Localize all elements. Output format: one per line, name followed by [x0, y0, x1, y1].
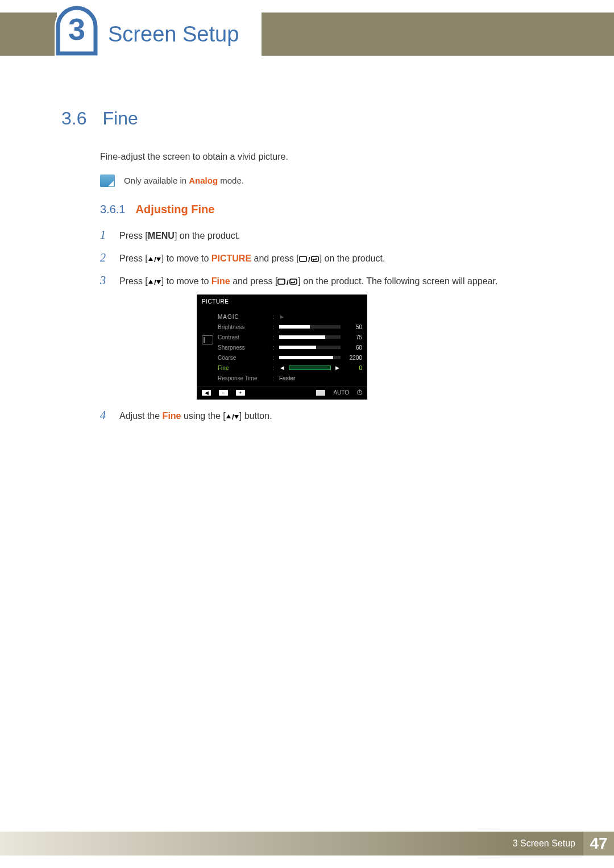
right-arrow-icon: ▶ [334, 365, 341, 371]
osd-slider [279, 346, 341, 349]
svg-marker-6 [312, 259, 314, 261]
page-footer: 3 Screen Setup 47 [0, 832, 614, 855]
osd-item-label: Response Time [218, 375, 269, 381]
svg-text:/: / [308, 255, 310, 263]
svg-marker-2 [156, 258, 161, 261]
step-2: 2 Press [/] to move to PICTURE and press… [100, 249, 574, 266]
osd-row-coarse: Coarse : 2200 [218, 352, 362, 363]
power-icon [357, 390, 362, 395]
osd-item-label: Brightness [218, 324, 269, 330]
osd-select-value: Faster [279, 375, 362, 381]
osd-row-brightness: Brightness : 50 [218, 322, 362, 332]
note-prefix: Only available in [124, 176, 189, 185]
step-text: Press [/] to move to Fine and press [/] … [119, 275, 497, 288]
svg-text:/: / [232, 413, 234, 421]
osd-enter-icon [316, 390, 325, 396]
step-number: 2 [100, 249, 109, 266]
step-3: 3 Press [/] to move to Fine and press [/… [100, 272, 574, 289]
picture-menu-label: PICTURE [211, 254, 251, 263]
svg-text:/: / [154, 278, 156, 286]
svg-text:/: / [287, 278, 289, 286]
osd-item-label: Contrast [218, 334, 269, 340]
osd-item-label: Fine [218, 365, 269, 371]
osd-minus-icon: − [219, 390, 228, 396]
up-down-icon: / [148, 255, 161, 263]
fine-label: Fine [163, 411, 181, 421]
svg-marker-16 [234, 415, 239, 419]
note: Only available in Analog mode. [100, 175, 574, 187]
svg-marker-14 [226, 414, 231, 418]
osd-slider [279, 335, 341, 339]
svg-text:/: / [154, 255, 156, 263]
menu-key-label: MENU [148, 231, 175, 240]
chapter-title: Screen Setup [108, 22, 239, 47]
section-title: Fine [102, 108, 138, 129]
osd-auto-label: AUTO [333, 389, 349, 396]
osd-slider-active [289, 366, 331, 370]
osd-item-label: Coarse [218, 355, 269, 361]
osd-value: 75 [344, 334, 362, 340]
step-list: 1 Press [MENU] on the product. 2 Press [… [100, 226, 574, 423]
page-content: 3.6 Fine Fine-adjust the screen to obtai… [61, 97, 574, 429]
osd-footer: ◀ − + AUTO [197, 387, 367, 399]
section-heading: 3.6 Fine [61, 108, 574, 129]
step-number: 1 [100, 226, 109, 243]
step-1: 1 Press [MENU] on the product. [100, 226, 574, 243]
chapter-number-glyph: 3 [68, 12, 85, 46]
svg-rect-10 [278, 279, 285, 284]
left-arrow-icon: ◀ [279, 365, 285, 371]
osd-value: 2200 [344, 355, 362, 361]
step-text: Adjust the Fine using the [/] button. [119, 409, 272, 423]
footer-gradient [0, 832, 513, 855]
section-number: 3.6 [61, 108, 86, 129]
svg-rect-3 [300, 256, 306, 261]
footer-chapter-label: 3 Screen Setup [513, 838, 575, 849]
svg-marker-7 [148, 280, 153, 284]
up-down-icon: / [148, 278, 161, 286]
note-icon [100, 175, 115, 187]
source-enter-icon: / [277, 278, 298, 286]
osd-item-label: Sharpness [218, 344, 269, 351]
step-4: 4 Adjust the Fine using the [/] button. [100, 406, 574, 423]
step-number: 3 [100, 272, 109, 289]
svg-marker-0 [148, 257, 153, 261]
up-down-icon: / [226, 413, 239, 421]
osd-row-magic: MAGIC : ▶ [218, 312, 362, 322]
osd-row-response-time: Response Time : Faster [218, 373, 362, 383]
osd-slider [279, 356, 341, 359]
osd-back-icon: ◀ [202, 390, 211, 396]
step-number: 4 [100, 406, 109, 423]
osd-slider [279, 325, 341, 329]
osd-value: 50 [344, 324, 362, 330]
osd-title: PICTURE [197, 295, 367, 308]
intro-paragraph: Fine-adjust the screen to obtain a vivid… [100, 152, 574, 162]
note-text: Only available in Analog mode. [124, 175, 244, 185]
osd-category-column [197, 308, 218, 387]
page-number: 47 [583, 832, 614, 855]
fine-label: Fine [211, 276, 230, 286]
subsection-title: Adjusting Fine [135, 203, 214, 216]
osd-value: 0 [344, 365, 362, 371]
osd-row-sharpness: Sharpness : 60 [218, 342, 362, 352]
svg-rect-5 [312, 256, 318, 261]
svg-marker-9 [156, 280, 161, 284]
step-text: Press [/] to move to PICTURE and press [… [119, 252, 385, 265]
svg-rect-12 [290, 279, 297, 284]
subsection-number: 3.6.1 [100, 203, 125, 216]
osd-item-list: MAGIC : ▶ Brightness : 50 Contrast [218, 308, 367, 387]
source-enter-icon: / [299, 255, 320, 263]
note-suffix: mode. [218, 176, 244, 185]
subsection-heading: 3.6.1 Adjusting Fine [100, 203, 574, 216]
step-text: Press [MENU] on the product. [119, 229, 240, 243]
note-mode: Analog [189, 176, 218, 185]
picture-category-icon [202, 335, 213, 344]
footer-text-wrap: 3 Screen Setup [513, 832, 583, 855]
osd-screenshot: PICTURE MAGIC : ▶ Brightness : [197, 294, 367, 400]
osd-item-label: MAGIC [218, 314, 269, 320]
osd-plus-icon: + [236, 390, 245, 396]
svg-marker-13 [291, 281, 292, 284]
osd-row-contrast: Contrast : 75 [218, 332, 362, 342]
osd-value: 60 [344, 344, 362, 351]
osd-row-fine: Fine : ◀ ▶ 0 [218, 363, 362, 373]
chapter-badge: 3 [55, 5, 99, 57]
